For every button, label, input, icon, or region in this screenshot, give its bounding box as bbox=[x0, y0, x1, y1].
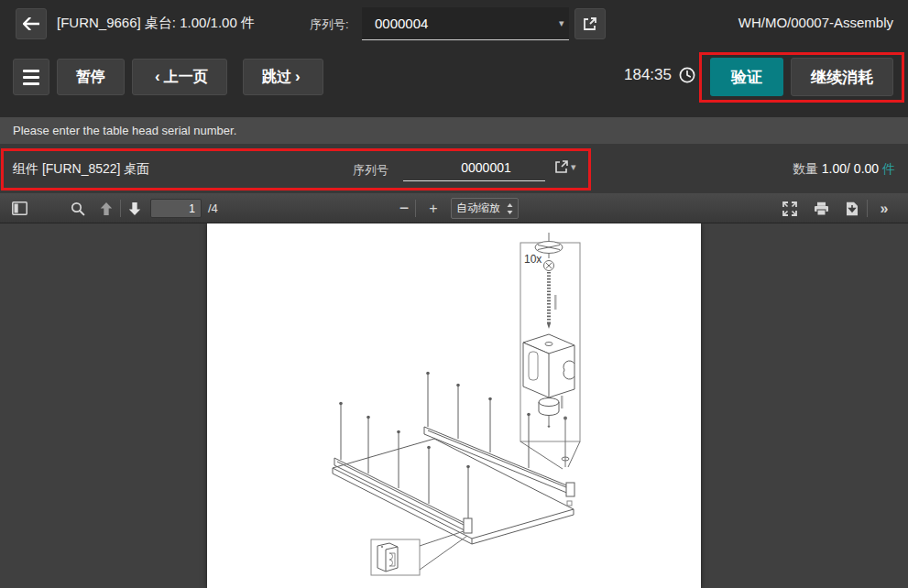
quantity-label: 数量 bbox=[793, 161, 818, 176]
download-button[interactable] bbox=[840, 197, 864, 220]
quantity-value: 1.00/ 0.00 bbox=[822, 161, 879, 176]
find-button[interactable] bbox=[66, 197, 90, 220]
component-serial-field-wrap: ▾ bbox=[403, 154, 545, 181]
toolbar-divider bbox=[415, 200, 416, 217]
component-serial-input[interactable] bbox=[403, 160, 569, 175]
timer: 184:35 bbox=[624, 66, 695, 84]
chevron-right-icon: › bbox=[291, 68, 304, 86]
quantity-uom: 件 bbox=[882, 161, 895, 176]
arrow-left-icon bbox=[23, 17, 39, 30]
select-arrows-icon bbox=[507, 203, 513, 214]
page-count: /4 bbox=[208, 201, 218, 215]
pdf-viewer[interactable]: 10x bbox=[0, 223, 908, 588]
assembly-diagram: 10x bbox=[207, 223, 701, 588]
serial-number-input[interactable] bbox=[362, 16, 557, 31]
print-button[interactable] bbox=[809, 197, 833, 220]
previous-pdf-page-button[interactable] bbox=[94, 197, 118, 220]
clock-icon bbox=[679, 67, 695, 83]
previous-page-button[interactable]: ‹ 上一页 bbox=[132, 59, 227, 95]
zoom-in-button[interactable]: + bbox=[421, 197, 445, 220]
sidebar-toggle-icon bbox=[12, 201, 27, 215]
zoom-scale-select[interactable]: 自动缩放 bbox=[451, 198, 519, 219]
skip-button[interactable]: 跳过 › bbox=[243, 59, 323, 95]
external-link-icon bbox=[583, 16, 597, 31]
zoom-out-button[interactable]: − bbox=[392, 197, 416, 220]
expand-icon bbox=[782, 201, 797, 216]
open-component-serial-button[interactable] bbox=[554, 159, 573, 178]
more-tools-button[interactable]: » bbox=[871, 197, 895, 220]
pdf-page: 10x bbox=[207, 223, 701, 588]
component-name: 组件 [FURN_8522] 桌面 bbox=[13, 161, 149, 178]
pause-button[interactable]: 暂停 bbox=[57, 59, 125, 95]
next-pdf-page-button[interactable] bbox=[123, 197, 147, 220]
zoom-scale-value: 自动缩放 bbox=[456, 201, 500, 216]
serial-number-field-wrap: ▾ bbox=[362, 7, 569, 40]
toolbar-divider bbox=[867, 200, 868, 217]
instruction-text: Please enter the table head serial numbe… bbox=[13, 124, 236, 137]
shop-floor-workorder-screen: [FURN_9666] 桌台: 1.00/1.00 件 序列号: ▾ WH/MO… bbox=[0, 0, 908, 588]
component-quantity: 数量 1.00/ 0.00 件 bbox=[793, 161, 895, 178]
menu-button[interactable] bbox=[13, 59, 49, 95]
presentation-mode-button[interactable] bbox=[778, 197, 802, 220]
printer-icon bbox=[814, 201, 829, 216]
validate-button[interactable]: 验证 bbox=[710, 58, 783, 96]
hamburger-icon bbox=[23, 70, 39, 72]
open-serial-record-button[interactable] bbox=[574, 8, 606, 39]
manufacturing-order-reference: WH/MO/00007-Assembly bbox=[738, 15, 893, 30]
search-icon bbox=[71, 201, 85, 216]
continue-consumption-button[interactable]: 继续消耗 bbox=[791, 58, 893, 96]
pdf-toolbar: /4 − + 自动缩放 bbox=[0, 193, 908, 223]
arrow-down-icon bbox=[127, 201, 142, 216]
instruction-message-bar: Please enter the table head serial numbe… bbox=[0, 117, 908, 144]
toggle-sidebar-button[interactable] bbox=[7, 197, 31, 220]
page-number-input[interactable] bbox=[150, 199, 202, 218]
workorder-title: [FURN_9666] 桌台: 1.00/1.00 件 bbox=[57, 15, 255, 32]
top-header: [FURN_9666] 桌台: 1.00/1.00 件 序列号: ▾ WH/MO… bbox=[0, 0, 908, 48]
download-icon bbox=[846, 201, 859, 216]
external-link-icon bbox=[554, 159, 569, 174]
callout-count-label: 10x bbox=[524, 253, 542, 266]
chevron-down-icon[interactable]: ▾ bbox=[557, 17, 572, 29]
toolbar-divider bbox=[120, 200, 121, 217]
action-bar: 暂停 ‹ 上一页 跳过 › 184:35 验证 继续消耗 bbox=[0, 48, 908, 117]
component-serial-label: 序列号 bbox=[353, 162, 388, 179]
serial-number-label: 序列号: bbox=[310, 16, 349, 33]
chevron-left-icon: ‹ bbox=[151, 68, 164, 86]
component-row: 组件 [FURN_8522] 桌面 序列号 ▾ 数量 1.00/ 0.00 件 bbox=[0, 144, 908, 193]
back-button[interactable] bbox=[16, 8, 47, 39]
timer-value: 184:35 bbox=[624, 66, 672, 84]
arrow-up-icon bbox=[99, 201, 114, 216]
